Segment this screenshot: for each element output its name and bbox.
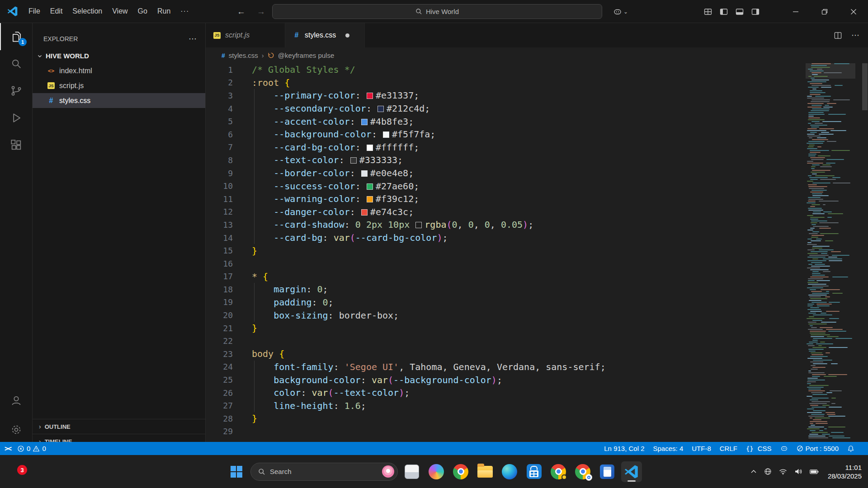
color-swatch[interactable] — [383, 131, 389, 138]
unsaved-changes-dot[interactable] — [345, 33, 349, 38]
activity-extensions[interactable] — [0, 131, 33, 159]
code-line[interactable]: 16 — [206, 257, 868, 270]
split-editor-icon[interactable] — [834, 31, 842, 40]
code-line[interactable]: 25 background-color: var(--background-co… — [206, 373, 868, 386]
live-server-port[interactable]: Port : 5500 — [797, 445, 839, 452]
color-swatch[interactable] — [361, 119, 368, 125]
start-button[interactable] — [226, 461, 247, 482]
taskbar-vscode[interactable] — [621, 461, 642, 482]
color-swatch[interactable] — [367, 93, 373, 99]
taskbar-copilot[interactable] — [426, 461, 447, 482]
minimap[interactable] — [806, 63, 855, 442]
code-line[interactable]: 10 --success-color: #27ae60; — [206, 179, 868, 192]
code-line[interactable]: 21} — [206, 322, 868, 335]
close-button[interactable] — [839, 0, 868, 23]
code-line[interactable]: 29 — [206, 425, 868, 438]
activity-source-control[interactable] — [0, 77, 33, 104]
file-script-js[interactable]: JS script.js — [33, 78, 205, 93]
code-line[interactable]: 4 --secondary-color: #212c4d; — [206, 102, 868, 115]
volume-icon[interactable] — [794, 468, 802, 475]
menu-more[interactable]: ··· — [175, 5, 194, 18]
code-line[interactable]: 13 --card-shadow: 0 2px 10px rgba(0, 0, … — [206, 218, 868, 231]
tab-script-js[interactable]: JS script.js — [206, 23, 285, 47]
editor-scrollbar[interactable] — [862, 63, 868, 442]
code-line[interactable]: 2:root { — [206, 76, 868, 89]
taskbar-calculator[interactable] — [597, 461, 618, 482]
code-line[interactable]: 11 --warning-color: #f39c12; — [206, 192, 868, 206]
color-swatch[interactable] — [367, 196, 373, 202]
code-line[interactable]: 26 color: var(--text-color); — [206, 386, 868, 399]
tab-styles-css[interactable]: # styles.css — [285, 23, 365, 47]
code-line[interactable]: 9 --border-color: #e0e4e8; — [206, 167, 868, 180]
code-editor[interactable]: 1/* Global Styles */2:root {3 --primary-… — [206, 63, 868, 442]
forward-button[interactable]: → — [253, 0, 269, 23]
copilot-menu[interactable]: ⌄ — [613, 0, 628, 23]
color-swatch[interactable] — [361, 170, 368, 177]
menu-edit[interactable]: Edit — [45, 5, 68, 18]
workspace-row[interactable]: HIVE WORLD — [33, 48, 205, 63]
activity-run-debug[interactable] — [0, 104, 33, 131]
eol-sequence[interactable]: CRLF — [720, 445, 737, 452]
taskbar-file-explorer[interactable] — [475, 461, 495, 482]
taskbar-search[interactable]: Search — [250, 463, 398, 481]
code-line[interactable]: 17* { — [206, 270, 868, 283]
taskbar-chrome-profile[interactable] — [548, 461, 569, 482]
customize-layout-icon[interactable] — [703, 7, 712, 16]
copilot-status-icon[interactable] — [780, 445, 788, 452]
activity-account[interactable] — [0, 387, 33, 414]
code-line[interactable]: 27 line-height: 1.6; — [206, 399, 868, 412]
problems-indicator[interactable]: 0 0 — [17, 445, 46, 452]
menu-file[interactable]: File — [24, 5, 45, 18]
back-button[interactable]: ← — [233, 0, 249, 23]
command-center-search[interactable]: Hive World — [272, 4, 602, 19]
taskbar-chrome[interactable] — [450, 461, 471, 482]
taskbar-store[interactable] — [524, 461, 544, 482]
notifications-bell-icon[interactable] — [847, 445, 854, 452]
code-line[interactable]: 18 margin: 0; — [206, 283, 868, 296]
activity-explorer[interactable]: 1 — [0, 23, 33, 50]
menu-view[interactable]: View — [107, 5, 132, 18]
code-line[interactable]: 8 --text-color: #333333; — [206, 154, 868, 167]
minimize-button[interactable] — [781, 0, 810, 23]
toggle-panel-icon[interactable] — [735, 7, 744, 16]
timeline-panel-header[interactable]: › TIMELINE — [33, 434, 205, 442]
code-line[interactable]: 15} — [206, 244, 868, 257]
code-line[interactable]: 22 — [206, 334, 868, 347]
breadcrumb-symbol[interactable]: @keyframes pulse — [278, 52, 334, 59]
cursor-position[interactable]: Ln 913, Col 2 — [604, 445, 644, 452]
taskbar-chrome-search[interactable] — [572, 461, 593, 482]
toggle-secondary-sidebar-icon[interactable] — [751, 7, 760, 16]
toggle-primary-sidebar-icon[interactable] — [719, 7, 728, 16]
code-line[interactable]: 1/* Global Styles */ — [206, 63, 868, 76]
tray-globe-icon[interactable] — [764, 468, 772, 475]
explorer-more-actions[interactable]: ⋯ — [189, 34, 197, 44]
code-line[interactable]: 12 --danger-color: #e74c3c; — [206, 206, 868, 219]
taskbar-widgets[interactable] — [401, 461, 422, 482]
color-swatch[interactable] — [361, 209, 368, 216]
outline-panel-header[interactable]: › OUTLINE — [33, 419, 205, 434]
remote-indicator[interactable]: >< — [5, 445, 11, 453]
code-line[interactable]: 20 box-sizing: border-box; — [206, 309, 868, 322]
scrollbar-thumb[interactable] — [862, 63, 868, 110]
code-line[interactable]: 24 font-family: 'Segoe UI', Tahoma, Gene… — [206, 361, 868, 374]
tray-chevron-up-icon[interactable] — [750, 469, 757, 474]
menu-selection[interactable]: Selection — [67, 5, 107, 18]
indentation[interactable]: Spaces: 4 — [653, 445, 684, 452]
search-highlight-icon[interactable] — [382, 465, 394, 478]
breadcrumb-file[interactable]: styles.css — [229, 52, 258, 59]
code-line[interactable]: 5 --accent-color: #4b8fe3; — [206, 115, 868, 128]
color-swatch[interactable] — [367, 183, 373, 190]
encoding[interactable]: UTF-8 — [692, 445, 711, 452]
code-line[interactable]: 19 padding: 0; — [206, 296, 868, 309]
code-line[interactable]: 28} — [206, 412, 868, 425]
file-styles-css[interactable]: # styles.css — [33, 93, 205, 108]
restore-button[interactable] — [810, 0, 839, 23]
menu-run[interactable]: Run — [152, 5, 175, 18]
taskbar-edge[interactable] — [499, 461, 520, 482]
color-swatch[interactable] — [415, 222, 422, 228]
color-swatch[interactable] — [350, 157, 357, 164]
code-line[interactable]: 14 --card-bg: var(--card-bg-color); — [206, 231, 868, 244]
taskbar-clock[interactable]: 11:01 28/03/2025 — [828, 463, 862, 480]
wifi-icon[interactable] — [779, 469, 787, 475]
color-swatch[interactable] — [377, 106, 384, 112]
